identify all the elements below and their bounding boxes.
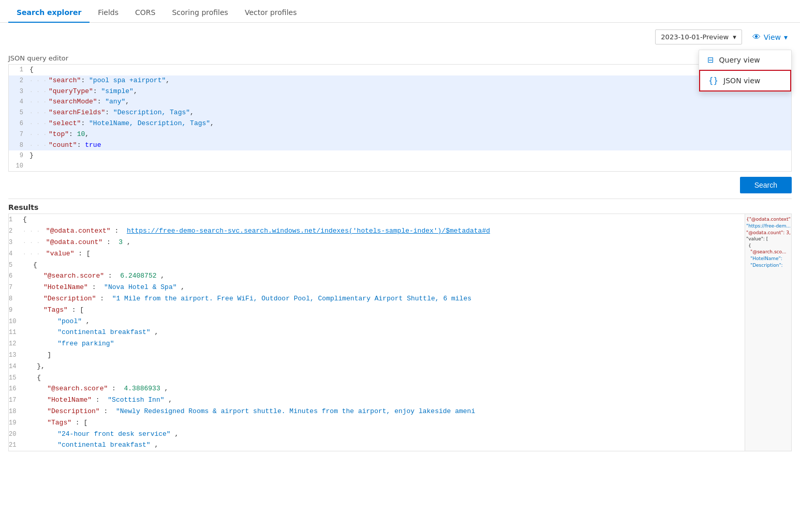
result-line-12: 12 "free parking" xyxy=(9,338,745,349)
result-line-19: 19 "Tags" : [ xyxy=(9,417,745,429)
result-line-8: 8 "Description" : "1 Mile from the airpo… xyxy=(9,293,745,305)
result-line-7: 7 "HotelName" : "Nova Hotel & Spa" , xyxy=(9,282,745,293)
view-chevron-icon: ▾ xyxy=(784,33,788,41)
editor-line-7: 7 · · · "top" : 10 , xyxy=(9,129,791,140)
tab-cors[interactable]: CORS xyxy=(127,3,164,23)
editor-line-4: 4 · · · "searchMode" : "any" , xyxy=(9,97,791,108)
editor-line-2: 2 · · · "search" : "pool spa +airport" , xyxy=(9,75,791,86)
search-button-container: Search xyxy=(0,172,800,199)
braces-icon: {} xyxy=(708,76,718,85)
results-label: Results xyxy=(0,199,800,214)
filter-icon: ⊟ xyxy=(707,55,714,65)
chevron-down-icon: ▾ xyxy=(733,33,736,41)
editor-line-1: 1 { xyxy=(9,65,791,75)
editor-line-8: 8 · · · "count" : true xyxy=(9,140,791,151)
json-view-option[interactable]: {} JSON view xyxy=(699,70,791,92)
result-line-20: 20 "24-hour front desk service" , xyxy=(9,429,745,440)
json-query-editor[interactable]: 1 { 2 · · · "search" : "pool spa +airpor… xyxy=(8,64,792,172)
api-version-label: 2023-10-01-Preview xyxy=(661,33,729,41)
view-dropdown-menu: ⊟ Query view {} JSON view xyxy=(699,50,792,92)
tab-search-explorer[interactable]: Search explorer xyxy=(8,3,90,23)
result-line-15: 15 { xyxy=(9,372,745,384)
editor-line-5: 5 · · · "searchFields" : "Description, T… xyxy=(9,108,791,118)
view-button[interactable]: 👁 View ▾ xyxy=(748,29,792,45)
tab-bar: Search explorer Fields CORS Scoring prof… xyxy=(0,0,800,23)
result-line-9: 9 "Tags" : [ xyxy=(9,305,745,316)
tab-scoring-profiles[interactable]: Scoring profiles xyxy=(164,3,236,23)
result-line-16: 16 "@search.score" : 4.3886933 , xyxy=(9,383,745,394)
tab-vector-profiles[interactable]: Vector profiles xyxy=(236,3,305,23)
result-line-1: 1 { xyxy=(9,214,745,225)
odata-context-link[interactable]: https://free-demo-search-svc.search.wind… xyxy=(127,227,490,235)
result-line-3: 3 · · · "@odata.count" : 3 , xyxy=(9,237,745,248)
result-line-13: 13 ] xyxy=(9,349,745,361)
toolbar: 2023-10-01-Preview ▾ 👁 View ▾ xyxy=(0,23,800,51)
query-view-label: Query view xyxy=(719,56,760,64)
result-line-5: 5 { xyxy=(9,260,745,271)
query-view-option[interactable]: ⊟ Query view xyxy=(699,50,791,70)
results-container: 1 { 2 · · · "@odata.context" : https://f… xyxy=(8,214,792,451)
api-version-dropdown[interactable]: 2023-10-01-Preview ▾ xyxy=(655,29,742,44)
result-line-17: 17 "HotelName" : "Scottish Inn" , xyxy=(9,394,745,406)
editor-label: JSON query editor xyxy=(0,51,800,64)
result-line-2: 2 · · · "@odata.context" : https://free-… xyxy=(9,225,745,237)
json-view-label: JSON view xyxy=(723,77,760,85)
result-line-18: 18 "Description" : "Newly Redesigned Roo… xyxy=(9,406,745,417)
eye-icon: 👁 xyxy=(752,32,761,42)
result-line-6: 6 "@search.score" : 6.2408752 , xyxy=(9,270,745,282)
editor-line-9: 9 } xyxy=(9,150,791,161)
result-line-4: 4 · · · "value" : [ xyxy=(9,248,745,260)
result-line-21: 21 "continental breakfast" , xyxy=(9,439,745,451)
editor-line-10: 10 xyxy=(9,161,791,171)
editor-line-3: 3 · · · "queryType" : "simple" , xyxy=(9,86,791,97)
view-label: View xyxy=(764,33,781,41)
tab-fields[interactable]: Fields xyxy=(90,3,127,23)
editor-line-6: 6 · · · "select" : "HotelName, Descripti… xyxy=(9,118,791,129)
result-line-14: 14 }, xyxy=(9,361,745,372)
result-line-11: 11 "continental breakfast" , xyxy=(9,327,745,338)
search-button[interactable]: Search xyxy=(740,177,792,193)
result-line-10: 10 "pool" , xyxy=(9,316,745,327)
results-code-view: 1 { 2 · · · "@odata.context" : https://f… xyxy=(9,214,745,451)
result-thumbnail: {"@odata.context": "https://free-dem... … xyxy=(745,214,791,451)
